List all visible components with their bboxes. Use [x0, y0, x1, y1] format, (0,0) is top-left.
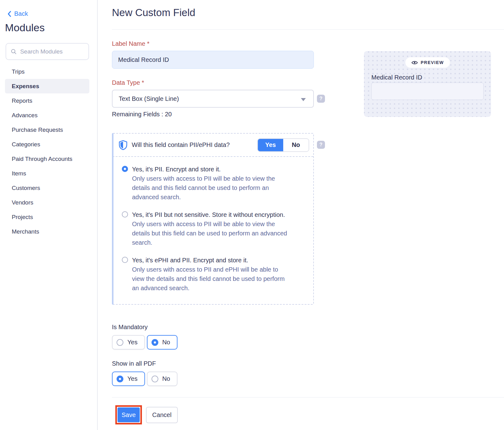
page-title: New Custom Field: [112, 7, 195, 19]
sidebar-item-advances[interactable]: Advances: [5, 108, 89, 123]
data-type-help-icon[interactable]: ?: [317, 95, 325, 103]
sidebar-item-expenses[interactable]: Expenses: [5, 79, 89, 93]
pii-help-icon[interactable]: ?: [317, 141, 325, 149]
search-modules-box[interactable]: [6, 43, 89, 60]
search-modules-input[interactable]: [20, 48, 84, 55]
pii-option-description: Only users with access to PII and ePHI w…: [132, 265, 290, 293]
label-name-input[interactable]: [112, 51, 314, 69]
data-type-value: Text Box (Single Line): [119, 95, 179, 102]
header-divider: [112, 29, 504, 30]
pii-option-no-encryption[interactable]: Yes, it's PII but not sensitive. Store i…: [122, 210, 304, 247]
sidebar-item-vendors[interactable]: Vendors: [5, 195, 89, 210]
is-mandatory-label: Is Mandatory: [112, 324, 148, 331]
search-icon: [11, 48, 17, 55]
pii-option-label: Yes, it's PII but not sensitive. Store i…: [132, 210, 290, 219]
show-in-pdf-group: Yes No: [112, 372, 177, 386]
pii-section: Will this field contain PII/ePHI data? Y…: [112, 133, 314, 305]
eye-icon: [411, 60, 418, 65]
module-list: Trips Expenses Reports Advances Purchase…: [5, 64, 89, 239]
preview-badge-label: PREVIEW: [421, 60, 444, 65]
sidebar-item-purchase-requests[interactable]: Purchase Requests: [5, 123, 89, 137]
back-label: Back: [14, 10, 28, 17]
sidebar-item-projects[interactable]: Projects: [5, 210, 89, 224]
show-in-pdf-yes[interactable]: Yes: [112, 372, 145, 386]
pii-option-text: Yes, it's ePHI and PII. Encrypt and stor…: [132, 256, 290, 293]
shield-icon: [119, 140, 127, 150]
preview-badge: PREVIEW: [405, 57, 450, 68]
pii-option-description: Only users with access to PII will be ab…: [132, 174, 290, 202]
radio-checked-icon: [117, 376, 123, 382]
pill-label: Yes: [127, 339, 138, 346]
modules-sidebar: Back Modules Trips Expenses Reports Adva…: [0, 0, 98, 430]
new-custom-field-page: Back Modules Trips Expenses Reports Adva…: [0, 0, 504, 430]
pii-accent-bar: [112, 133, 113, 305]
pii-option-description: Only users with access to PII will be ab…: [132, 219, 290, 247]
preview-panel: PREVIEW Medical Record ID: [364, 51, 491, 117]
pii-toggle-yes[interactable]: Yes: [258, 139, 283, 151]
save-button[interactable]: Save: [117, 407, 140, 422]
remaining-fields-text: Remaining Fields : 20: [112, 111, 172, 118]
pii-option-encrypt[interactable]: Yes, it's PII. Encrypt and store it. Onl…: [122, 165, 304, 202]
footer-divider: [112, 397, 504, 398]
sidebar-item-merchants[interactable]: Merchants: [5, 224, 89, 239]
radio-checked-icon[interactable]: [122, 166, 128, 172]
is-mandatory-no[interactable]: No: [147, 335, 178, 350]
pii-options: Yes, it's PII. Encrypt and store it. Onl…: [113, 157, 313, 304]
sidebar-item-customers[interactable]: Customers: [5, 181, 89, 195]
sidebar-item-paid-through-accounts[interactable]: Paid Through Accounts: [5, 152, 89, 166]
pii-option-text: Yes, it's PII. Encrypt and store it. Onl…: [132, 165, 290, 202]
pii-question: Will this field contain PII/ePHI data?: [132, 141, 257, 148]
radio-unchecked-icon[interactable]: [122, 211, 128, 217]
data-type-select[interactable]: Text Box (Single Line): [112, 90, 314, 108]
back-link[interactable]: Back: [7, 10, 28, 17]
pill-label: No: [162, 375, 170, 382]
pii-option-ephi[interactable]: Yes, it's ePHI and PII. Encrypt and stor…: [122, 256, 304, 293]
sidebar-item-categories[interactable]: Categories: [5, 137, 89, 152]
save-button-highlight: Save: [115, 405, 142, 424]
pill-label: No: [162, 339, 170, 346]
radio-unchecked-icon: [152, 376, 158, 382]
pii-option-label: Yes, it's ePHI and PII. Encrypt and stor…: [132, 256, 290, 265]
sidebar-item-items[interactable]: Items: [5, 166, 89, 181]
show-in-pdf-label: Show in all PDF: [112, 360, 156, 367]
chevron-left-icon: [7, 11, 11, 17]
sidebar-item-reports[interactable]: Reports: [5, 93, 89, 108]
pii-toggle: Yes No: [257, 138, 309, 152]
cancel-button[interactable]: Cancel: [146, 407, 178, 423]
data-type-label: Data Type *: [112, 79, 144, 86]
is-mandatory-group: Yes No: [112, 335, 177, 350]
pii-option-text: Yes, it's PII but not sensitive. Store i…: [132, 210, 290, 247]
pii-header: Will this field contain PII/ePHI data? Y…: [113, 134, 313, 157]
show-in-pdf-no[interactable]: No: [147, 372, 178, 386]
preview-field-label: Medical Record ID: [371, 74, 422, 81]
is-mandatory-yes[interactable]: Yes: [112, 335, 145, 350]
radio-unchecked-icon: [117, 339, 123, 346]
pii-toggle-no[interactable]: No: [283, 139, 309, 151]
sidebar-title: Modules: [5, 22, 45, 34]
radio-unchecked-icon[interactable]: [122, 257, 128, 263]
pii-option-label: Yes, it's PII. Encrypt and store it.: [132, 165, 290, 174]
chevron-down-icon: [301, 98, 306, 101]
preview-field-input: [371, 83, 484, 100]
pill-label: Yes: [127, 375, 138, 382]
label-name-label: Label Name *: [112, 40, 149, 47]
radio-checked-icon: [152, 339, 158, 346]
sidebar-item-trips[interactable]: Trips: [5, 64, 89, 79]
